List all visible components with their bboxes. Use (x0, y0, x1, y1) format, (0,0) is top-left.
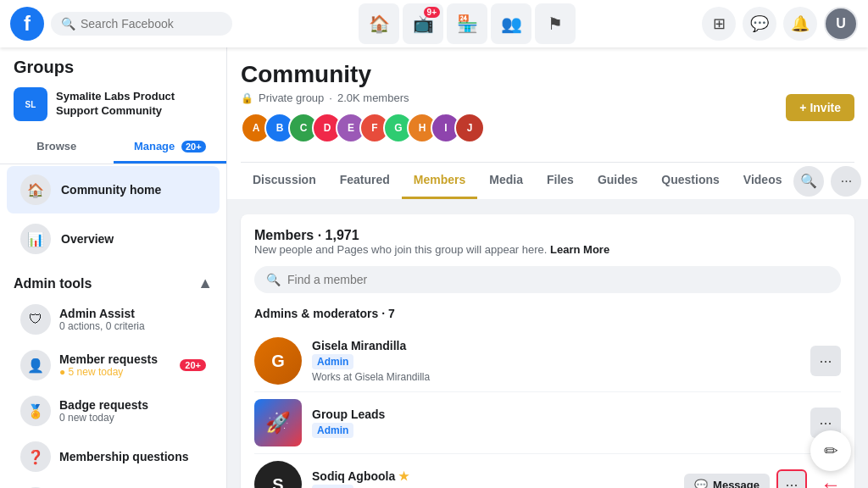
member-requests-badge: 20+ (180, 359, 206, 371)
badge-requests-icon: 🏅 (20, 396, 51, 426)
tab-videos[interactable]: Videos (732, 163, 794, 199)
tab-discussion[interactable]: Discussion (241, 163, 328, 199)
role-badge-leads: Admin (312, 423, 353, 438)
learn-more-link[interactable]: Learn More (550, 243, 609, 256)
message-button-sodiq[interactable]: 💬 Message (684, 474, 770, 489)
grid-button[interactable]: ⊞ (702, 7, 736, 41)
member-item: S Sodiq Agboola ★ Admin 💬 Mess (254, 454, 841, 488)
store-nav-button[interactable]: 🏪 (447, 3, 487, 44)
edit-icon: ✏ (824, 441, 838, 461)
role-badge-sodiq: Admin (312, 485, 353, 488)
search-bar[interactable]: 🔍 (51, 12, 232, 36)
people-nav-button[interactable]: 👥 (491, 3, 531, 44)
members-subtitle: New people and Pages who join this group… (254, 243, 841, 256)
overview-nav-icon: 📊 (20, 224, 51, 254)
flag-icon: ⚑ (548, 14, 563, 34)
sidebar-item-community-home[interactable]: 🏠 Community home (7, 166, 220, 214)
group-name: Symalite Labs Product Support Community (56, 90, 213, 119)
membership-questions-icon: ❓ (20, 441, 51, 472)
messenger-icon: 💬 (750, 14, 769, 33)
main-layout: Groups SL Symalite Labs Product Support … (0, 0, 868, 488)
members-content: Members · 1,971 New people and Pages who… (227, 201, 868, 488)
members-card: Members · 1,971 New people and Pages who… (241, 214, 854, 488)
search-input[interactable] (81, 17, 222, 30)
member-requests-icon: 👤 (20, 350, 51, 380)
group-tabs: Discussion Featured Members Media Files … (241, 162, 854, 199)
member-avatar: J (454, 113, 485, 143)
admins-section-label: Admins & moderators · 7 (254, 307, 841, 320)
home-nav-icon: 🏠 (20, 175, 51, 205)
tab-questions[interactable]: Questions (649, 163, 731, 199)
groups-header: Groups (0, 47, 226, 80)
search-member-icon: 🔍 (266, 273, 281, 286)
browse-tab[interactable]: Browse (0, 131, 114, 164)
user-avatar[interactable]: U (824, 7, 858, 41)
admin-tools-label: Admin tools ▲ (0, 264, 226, 296)
role-badge-gisela: Admin (312, 354, 353, 369)
search-tab-button[interactable]: 🔍 (793, 166, 824, 197)
flag-nav-button[interactable]: ⚑ (535, 3, 576, 44)
more-tab-button[interactable]: ··· (831, 166, 861, 197)
sidebar-item-member-requests[interactable]: 👤 Member requests ● 5 new today 20+ (7, 343, 220, 387)
lock-icon: 🔒 (241, 92, 253, 104)
more-button-gisela[interactable]: ··· (810, 346, 841, 376)
tab-featured[interactable]: Featured (328, 163, 402, 199)
sidebar-item-admin-assist[interactable]: 🛡 Admin Assist 0 actions, 0 criteria (7, 297, 220, 341)
tab-actions: 🔍 ··· (793, 166, 861, 197)
top-navigation: f 🔍 🏠 📺 9+ 🏪 👥 ⚑ ⊞ 💬 🔔 (0, 0, 868, 47)
messenger-button[interactable]: 💬 (743, 7, 776, 41)
nav-icons: 🏠 📺 9+ 🏪 👥 ⚑ (232, 3, 702, 44)
star-icon: ★ (398, 469, 409, 483)
find-member-input[interactable] (287, 273, 829, 286)
member-name-gisela[interactable]: Gisela Mirandilla (312, 339, 430, 352)
main-content: Community 🔒 Private group · 2.0K members… (227, 47, 868, 488)
invite-button[interactable]: + Invite (786, 94, 854, 121)
arrow-indicator: ← (821, 473, 841, 488)
member-name-leads[interactable]: Group Leads (312, 408, 385, 421)
grid-icon: ⊞ (713, 14, 726, 33)
group-header: Community 🔒 Private group · 2.0K members… (227, 47, 868, 199)
sidebar-tabs: Browse Manage 20+ (0, 131, 226, 164)
member-avatar-leads: 🚀 (254, 399, 302, 446)
member-avatars: A B C D E F G H I J (241, 113, 478, 143)
store-icon: 🏪 (457, 14, 478, 34)
sidebar: Groups SL Symalite Labs Product Support … (0, 47, 227, 488)
group-meta: 🔒 Private group · 2.0K members (241, 92, 478, 104)
find-member-bar[interactable]: 🔍 (254, 266, 841, 293)
search-icon: 🔍 (61, 17, 75, 30)
bell-button[interactable]: 🔔 (783, 7, 817, 41)
home-icon: 🏠 (369, 14, 390, 34)
tab-media[interactable]: Media (477, 163, 535, 199)
sidebar-item-label: Community home (61, 183, 161, 197)
more-button-sodiq[interactable]: ··· (776, 469, 807, 488)
messenger-small-icon: 💬 (694, 479, 708, 489)
member-name-sodiq[interactable]: Sodiq Agboola ★ (312, 469, 409, 483)
group-title: Community (241, 61, 478, 88)
member-item: G Gisela Mirandilla Admin Works at Gisel… (254, 330, 841, 392)
members-title: Members · 1,971 (254, 228, 841, 243)
sidebar-item-pending-posts[interactable]: 📝 Pending posts 0 new today (7, 480, 220, 488)
sidebar-item-overview[interactable]: 📊 Overview (7, 215, 220, 263)
member-sub-gisela: Works at Gisela Mirandilla (312, 371, 430, 383)
home-nav-button[interactable]: 🏠 (359, 3, 399, 44)
facebook-logo[interactable]: f (10, 7, 44, 41)
admin-assist-icon: 🛡 (20, 304, 51, 335)
bell-icon: 🔔 (791, 14, 810, 33)
group-item[interactable]: SL Symalite Labs Product Support Communi… (0, 80, 226, 128)
sidebar-overview-label: Overview (61, 232, 114, 246)
tab-guides[interactable]: Guides (586, 163, 649, 199)
floating-edit-button[interactable]: ✏ (810, 430, 851, 471)
tab-members[interactable]: Members (402, 163, 477, 199)
member-avatar-sodiq: S (254, 461, 302, 488)
video-badge: 9+ (424, 7, 440, 18)
tab-files[interactable]: Files (535, 163, 586, 199)
people-icon: 👥 (501, 14, 522, 34)
sidebar-item-badge-requests[interactable]: 🏅 Badge requests 0 new today (7, 389, 220, 433)
manage-tab[interactable]: Manage 20+ (114, 131, 227, 164)
group-avatar: SL (14, 87, 47, 121)
member-avatar-gisela: G (254, 337, 302, 385)
member-item: 🚀 Group Leads Admin ··· (254, 392, 841, 454)
video-nav-button[interactable]: 📺 9+ (403, 3, 443, 44)
nav-right: ⊞ 💬 🔔 U (702, 7, 858, 41)
sidebar-item-membership-questions[interactable]: ❓ Membership questions (7, 435, 220, 479)
